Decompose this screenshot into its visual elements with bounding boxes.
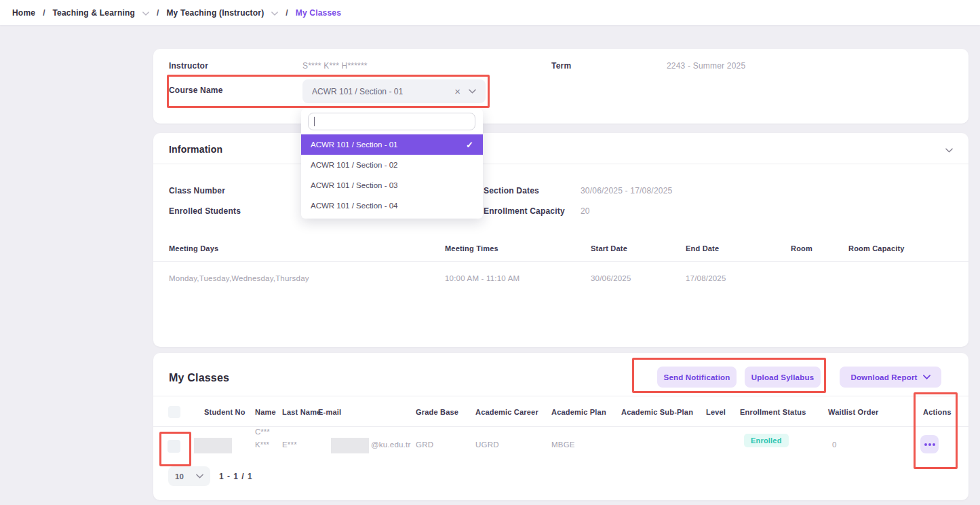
my-classes-title: My Classes: [169, 372, 229, 384]
instructor-label: Instructor: [169, 61, 208, 71]
meeting-col-header: Room: [791, 244, 812, 252]
text-cursor: [314, 117, 315, 126]
breadcrumb-home[interactable]: Home: [12, 8, 35, 18]
check-icon: ✓: [466, 140, 473, 150]
row-actions-button[interactable]: [920, 435, 939, 453]
option-label: ACWR 101 / Section - 01: [311, 141, 397, 149]
section-dates-label: Section Dates: [484, 186, 539, 195]
collapse-chevron-icon[interactable]: [945, 148, 953, 153]
class-number-label: Class Number: [169, 186, 225, 195]
col-header-email: E-mail: [318, 408, 341, 416]
col-header-waitlist-order: Waitlist Order: [828, 408, 879, 416]
my-classes-card: My Classes Send Notification Upload Syll…: [153, 353, 968, 500]
enrollment-capacity-label: Enrollment Capacity: [484, 206, 565, 216]
course-selection-card: Instructor S**** K*** H****** Course Nam…: [153, 49, 968, 124]
divider: [153, 396, 968, 396]
send-notification-button[interactable]: Send Notification: [657, 367, 737, 388]
download-report-label: Download Report: [850, 373, 917, 381]
meeting-col-header: Meeting Days: [169, 244, 218, 252]
course-dropdown-panel: ACWR 101 / Section - 01 ✓ ACWR 101 / Sec…: [301, 109, 483, 219]
col-header-enrollment-status: Enrollment Status: [740, 408, 806, 416]
meeting-col-header: End Date: [686, 244, 719, 252]
grade-base-cell: GRD: [416, 441, 433, 449]
clear-icon[interactable]: ×: [454, 86, 460, 96]
dropdown-search-input[interactable]: [308, 113, 475, 130]
term-value: 2243 - Summer 2025: [667, 61, 745, 71]
course-select-value: ACWR 101 / Section - 01: [312, 87, 454, 96]
page-size-select[interactable]: 10: [168, 466, 210, 486]
email-suffix: @ku.edu.tr: [371, 441, 410, 449]
dropdown-option-section-01[interactable]: ACWR 101 / Section - 01 ✓: [301, 134, 483, 155]
course-name-label: Course Name: [169, 86, 223, 95]
chevron-down-icon[interactable]: [469, 89, 476, 94]
breadcrumb-separator: /: [157, 8, 159, 18]
divider: [153, 164, 968, 164]
col-header-academic-plan: Academic Plan: [551, 408, 606, 416]
ellipsis-icon: [924, 443, 927, 446]
upload-syllabus-button[interactable]: Upload Syllabus: [745, 367, 821, 388]
meeting-times-cell: 10:00 AM - 11:10 AM: [445, 274, 520, 282]
course-select[interactable]: ACWR 101 / Section - 01 ×: [302, 79, 486, 103]
chevron-down-icon[interactable]: [271, 12, 278, 16]
name-line1: C***: [255, 428, 270, 436]
chevron-down-icon[interactable]: [142, 12, 149, 16]
enrollment-capacity-value: 20: [581, 206, 590, 216]
download-report-button[interactable]: Download Report: [840, 367, 941, 388]
option-label: ACWR 101 / Section - 03: [311, 181, 397, 189]
last-name-cell: E***: [282, 441, 297, 449]
breadcrumb-my-teaching[interactable]: My Teaching (Instructor): [166, 8, 264, 18]
col-header-grade-base: Grade Base: [416, 408, 458, 416]
section-dates-value: 30/06/2025 - 17/08/2025: [581, 186, 672, 195]
row-checkbox[interactable]: [168, 440, 180, 453]
student-no-redacted: [194, 438, 232, 453]
academic-plan-cell: MBGE: [551, 441, 575, 449]
dropdown-search-wrap: [308, 113, 475, 130]
breadcrumb-teaching-learning[interactable]: Teaching & Learning: [52, 8, 135, 18]
enrollment-status-badge: Enrolled: [744, 434, 789, 447]
col-header-level: Level: [706, 408, 726, 416]
col-header-name: Name: [255, 408, 276, 416]
information-card: Information Class Number Enrolled Studen…: [153, 133, 968, 347]
breadcrumb-my-classes: My Classes: [296, 8, 341, 18]
divider: [153, 426, 968, 427]
end-date-cell: 17/08/2025: [686, 274, 726, 282]
meeting-col-header: Meeting Times: [445, 244, 498, 252]
name-cell: C*** K***: [255, 428, 270, 449]
email-redacted: [331, 438, 369, 453]
col-header-last-name: Last Name: [282, 408, 321, 416]
col-header-academic-career: Academic Career: [475, 408, 538, 416]
option-label: ACWR 101 / Section - 04: [311, 202, 397, 210]
col-header-actions: Actions: [923, 408, 952, 416]
chevron-down-icon: [923, 375, 930, 379]
page-size-value: 10: [175, 472, 196, 481]
select-all-checkbox[interactable]: [168, 406, 180, 418]
information-title: Information: [169, 144, 222, 155]
ellipsis-icon: [928, 443, 931, 446]
col-header-student-no: Student No: [204, 408, 246, 416]
col-header-academic-sub-plan: Academic Sub-Plan: [621, 408, 693, 416]
meeting-col-header: Start Date: [591, 244, 627, 252]
dropdown-option-section-04[interactable]: ACWR 101 / Section - 04: [301, 195, 483, 216]
academic-career-cell: UGRD: [475, 441, 499, 449]
meeting-days-cell: Monday,Tuesday,Wednesday,Thursday: [169, 274, 309, 282]
term-label: Term: [551, 61, 571, 71]
dropdown-option-section-02[interactable]: ACWR 101 / Section - 02: [301, 155, 483, 175]
page: Home / Teaching & Learning / My Teaching…: [0, 0, 980, 505]
name-line2: K***: [255, 441, 270, 449]
dropdown-option-section-03[interactable]: ACWR 101 / Section - 03: [301, 175, 483, 195]
waitlist-order-cell: 0: [832, 441, 837, 449]
enrolled-students-label: Enrolled Students: [169, 206, 241, 216]
meeting-col-header: Room Capacity: [848, 244, 905, 252]
option-label: ACWR 101 / Section - 02: [311, 161, 397, 169]
start-date-cell: 30/06/2025: [591, 274, 631, 282]
pagination-range: 1 - 1 / 1: [219, 472, 253, 481]
chevron-down-icon: [196, 474, 203, 479]
breadcrumb-separator: /: [43, 8, 45, 18]
ellipsis-icon: [933, 443, 935, 446]
breadcrumb: Home / Teaching & Learning / My Teaching…: [0, 0, 980, 25]
divider: [153, 261, 968, 262]
instructor-value: S**** K*** H******: [302, 61, 368, 71]
breadcrumb-separator: /: [286, 8, 288, 18]
